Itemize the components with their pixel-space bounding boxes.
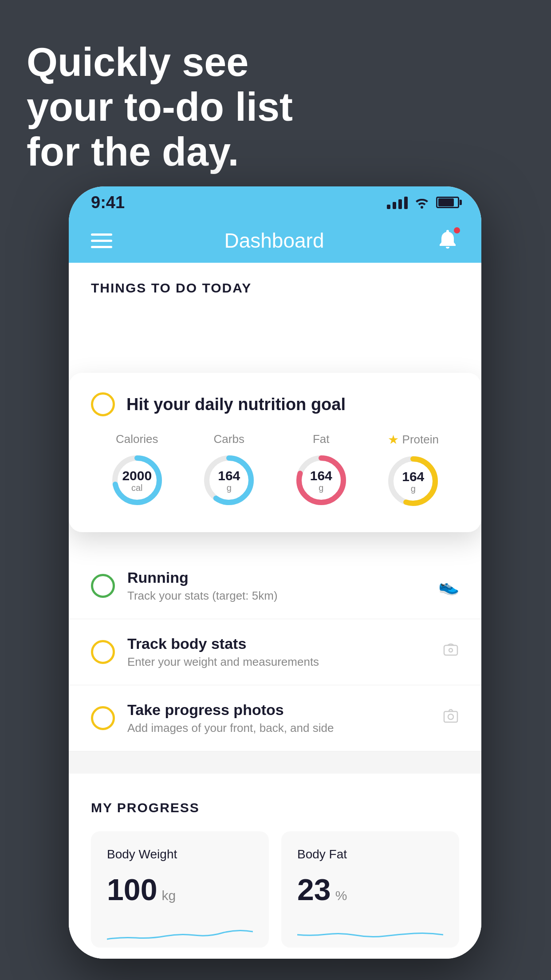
body-stats-subtitle: Enter your weight and measurements [127,655,442,669]
photo-icon [442,708,459,729]
macro-calories: Calories 2000 cal [108,432,166,509]
headline: Quickly see your to-do list for the day. [27,40,293,174]
body-weight-unit: kg [161,888,176,903]
fat-donut: 164 g [292,451,350,509]
headline-line3: for the day. [27,130,293,174]
calories-unit: cal [122,483,152,493]
progress-header: MY PROGRESS [91,800,459,815]
svg-point-11 [448,714,453,719]
body-fat-card[interactable]: Body Fat 23 % [281,831,459,948]
body-weight-card[interactable]: Body Weight 100 kg [91,831,269,948]
protein-star-icon: ★ [388,432,399,447]
body-stats-title: Track body stats [127,635,442,652]
progress-photos-title: Take progress photos [127,701,442,719]
running-icon: 👟 [438,576,459,596]
macro-carbs: Carbs 164 g [200,432,258,509]
svg-rect-10 [444,711,457,722]
todo-list: Running Track your stats (target: 5km) 👟… [69,553,481,751]
body-weight-title: Body Weight [107,847,253,861]
body-fat-title: Body Fat [297,847,443,861]
body-fat-unit: % [335,888,347,903]
scale-icon [442,642,459,663]
headline-line2: your to-do list [27,85,293,130]
body-weight-sparkline [107,919,253,946]
body-stats-circle [91,640,115,664]
phone-mockup: 9:41 Dashboard THINGS T [69,186,481,959]
running-text: Running Track your stats (target: 5km) [127,569,438,603]
todo-item-progress-photos[interactable]: Take progress photos Add images of your … [69,685,481,751]
notification-bell[interactable] [436,228,459,253]
hamburger-menu[interactable] [91,233,112,248]
fat-value: 164 [310,468,332,483]
fat-unit: g [310,483,332,493]
macro-fat: Fat 164 g [292,432,350,509]
fat-label: Fat [313,432,330,446]
wifi-icon [414,196,430,209]
nav-bar: Dashboard [69,218,481,263]
headline-line1: Quickly see [27,40,293,85]
status-time: 9:41 [91,193,125,212]
body-weight-value: 100 [107,872,157,907]
todo-item-running[interactable]: Running Track your stats (target: 5km) 👟 [69,553,481,619]
status-icons [387,196,459,209]
protein-label: Protein [402,433,439,447]
calories-value: 2000 [122,468,152,483]
body-fat-sparkline [297,919,443,946]
protein-unit: g [402,484,424,494]
protein-value: 164 [402,469,424,484]
nutrition-card: Hit your daily nutrition goal Calories 2 [69,373,481,532]
running-title: Running [127,569,438,586]
running-subtitle: Track your stats (target: 5km) [127,589,438,603]
nav-title: Dashboard [224,229,324,253]
macro-protein: ★ Protein 164 g [384,432,442,510]
progress-photos-text: Take progress photos Add images of your … [127,701,442,735]
nutrition-card-title: Hit your daily nutrition goal [126,395,346,414]
progress-photos-circle [91,706,115,730]
battery-icon [436,197,459,208]
body-stats-text: Track body stats Enter your weight and m… [127,635,442,669]
notification-dot [453,226,461,234]
svg-rect-8 [444,645,457,655]
phone-content: THINGS TO DO TODAY Hit your daily nutrit… [69,263,481,959]
carbs-donut: 164 g [200,451,258,509]
progress-cards: Body Weight 100 kg Body Fat 23 % [91,831,459,948]
protein-donut: 164 g [384,452,442,510]
running-circle [91,574,115,598]
svg-point-9 [449,648,453,652]
body-fat-value: 23 [297,872,331,907]
things-today-section: THINGS TO DO TODAY Hit your daily nutrit… [69,263,481,751]
macros-row: Calories 2000 cal [91,432,459,510]
todo-item-body-stats[interactable]: Track body stats Enter your weight and m… [69,619,481,685]
status-bar: 9:41 [69,186,481,218]
carbs-unit: g [218,483,240,493]
calories-label: Calories [116,432,158,446]
calories-donut: 2000 cal [108,451,166,509]
nutrition-check-circle[interactable] [91,392,115,416]
my-progress-section: MY PROGRESS Body Weight 100 kg Body Fat [69,782,481,959]
signal-icon [387,196,408,209]
progress-photos-subtitle: Add images of your front, back, and side [127,721,442,735]
carbs-label: Carbs [214,432,244,446]
things-today-header: THINGS TO DO TODAY [69,263,481,304]
carbs-value: 164 [218,468,240,483]
